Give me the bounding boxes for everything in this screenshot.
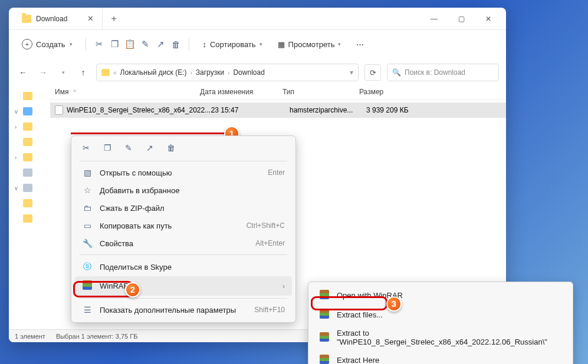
maximize-button[interactable]: ▢ (455, 13, 467, 25)
menu-properties[interactable]: 🔧 Свойства Alt+Enter (75, 234, 292, 252)
selection-info: Выбран 1 элемент: 3,75 ГБ (56, 333, 138, 340)
file-row[interactable]: WinPE10_8_Sergei_Strelec_x86_x64_2022...… (50, 102, 506, 118)
forward-button[interactable]: → (36, 68, 50, 77)
separator (80, 254, 287, 255)
sort-button[interactable]: ↕ Сортировать ▾ (196, 37, 268, 52)
column-headers: Имя^ Дата изменения Тип Размер (50, 84, 506, 100)
cut-icon[interactable]: ✂ (81, 143, 91, 153)
open-icon: ▧ (82, 168, 93, 177)
tab-download[interactable]: Download ✕ (14, 8, 103, 29)
new-tab-button[interactable]: + (111, 14, 116, 24)
tree-item[interactable] (12, 136, 47, 148)
delete-icon[interactable]: 🗑 (170, 38, 182, 50)
tab-close-icon[interactable]: ✕ (87, 14, 94, 23)
winrar-icon (319, 355, 330, 364)
column-name[interactable]: Имя^ (55, 88, 200, 96)
paste-icon[interactable]: 📋 (124, 38, 136, 50)
copy-icon[interactable]: ❐ (109, 38, 120, 50)
skype-icon: ⓢ (82, 262, 93, 272)
folder-icon (101, 69, 110, 76)
chevron-right-icon: › (282, 282, 285, 290)
file-date: 023 15:47 (207, 106, 290, 114)
menu-add-favorites[interactable]: ☆ Добавить в избранное (75, 181, 292, 199)
menu-open-with[interactable]: ▧ Открыть с помощью Enter (75, 164, 292, 181)
back-button[interactable]: ← (16, 68, 30, 77)
file-name: WinPE10_8_Sergei_Strelec_x86_x64_2022...… (67, 106, 207, 114)
file-icon (55, 105, 63, 115)
tree-item[interactable] (12, 90, 47, 102)
quick-actions: ✂ ❐ ✎ ↗ 🗑 (75, 140, 292, 158)
tree-item[interactable]: v (12, 182, 47, 194)
plus-circle-icon: + (22, 39, 32, 49)
zip-icon: 🗀 (82, 203, 93, 213)
menu-extract-files[interactable]: Extract files... (312, 305, 569, 325)
search-placeholder: Поиск в: Download (405, 68, 465, 77)
search-icon: 🔍 (392, 68, 401, 77)
recent-button[interactable]: ▾ (56, 70, 70, 75)
chevron-down-icon: ▾ (338, 41, 341, 47)
chevron-icon: › (190, 70, 192, 76)
separator (86, 38, 86, 51)
search-input[interactable]: 🔍 Поиск в: Download (387, 64, 499, 81)
window-controls: — ▢ ✕ (428, 13, 501, 25)
menu-extract-to[interactable]: Extract to "WinPE10_8_Sergei_Strelec_x86… (312, 325, 569, 350)
winrar-icon (319, 309, 330, 320)
cut-icon[interactable]: ✂ (93, 38, 105, 50)
column-size[interactable]: Размер (359, 88, 418, 96)
tree-item[interactable] (12, 167, 47, 178)
star-icon: ☆ (82, 186, 93, 195)
chevron-icon: › (228, 70, 229, 76)
tree-item[interactable]: › (12, 121, 47, 133)
breadcrumb-part[interactable]: Локальный диск (E:) (120, 68, 187, 77)
menu-extract-here[interactable]: Extract Here (312, 350, 569, 364)
chevron-down-icon[interactable]: ▾ (350, 68, 353, 77)
view-label: Просмотреть (288, 40, 335, 49)
breadcrumb-part[interactable]: Download (233, 68, 264, 77)
menu-skype[interactable]: ⓢ Поделиться в Skype (75, 257, 292, 276)
navigation-bar: ← → ▾ ↑ « Локальный диск (E:) › Загрузки… (9, 61, 506, 84)
navigation-tree: v › › v (9, 84, 50, 332)
delete-icon[interactable]: 🗑 (166, 143, 176, 153)
sort-icon: ↕ (202, 40, 206, 49)
column-type[interactable]: Тип (282, 88, 359, 96)
menu-winrar[interactable]: WinRAR › (75, 276, 292, 296)
rename-icon[interactable]: ✎ (123, 143, 134, 153)
winrar-submenu: Open with WinRAR Extract files... Extrac… (308, 282, 573, 364)
create-label: Создать (36, 40, 65, 49)
menu-compress-zip[interactable]: 🗀 Сжать в ZIP-файл (75, 199, 292, 217)
sort-asc-icon: ^ (73, 89, 75, 95)
separator (80, 298, 287, 299)
tree-item[interactable]: v (12, 105, 47, 117)
share-icon[interactable]: ↗ (144, 143, 155, 153)
context-menu: ✂ ❐ ✎ ↗ 🗑 ▧ Открыть с помощью Enter ☆ До… (71, 135, 296, 323)
column-date[interactable]: Дата изменения (200, 88, 282, 96)
up-button[interactable]: ↑ (76, 68, 90, 77)
separator (189, 38, 189, 51)
view-button[interactable]: ▦ Просмотреть ▾ (272, 37, 347, 52)
create-button[interactable]: + Создать ▾ (16, 35, 78, 53)
copy-icon[interactable]: ❐ (102, 143, 113, 153)
view-icon: ▦ (278, 40, 285, 49)
titlebar: Download ✕ + — ▢ ✕ (9, 8, 506, 30)
tree-item[interactable] (12, 197, 47, 209)
chevron-icon: « (113, 70, 117, 76)
menu-icon: ☰ (82, 305, 93, 315)
menu-copy-path[interactable]: ▭ Копировать как путь Ctrl+Shift+C (75, 217, 292, 234)
file-type: hamsterziparchive... (290, 106, 366, 114)
path-icon: ▭ (82, 221, 93, 230)
tree-item[interactable]: › (12, 151, 47, 163)
close-button[interactable]: ✕ (482, 13, 494, 25)
menu-open-winrar[interactable]: Open with WinRAR (312, 286, 569, 305)
rename-icon[interactable]: ✎ (139, 38, 151, 50)
file-size: 3 939 209 КБ (366, 106, 425, 114)
annotation-badge-2: 2 (125, 282, 140, 297)
share-icon[interactable]: ↗ (155, 38, 166, 50)
breadcrumb-part[interactable]: Загрузки (196, 68, 224, 77)
minimize-button[interactable]: — (428, 13, 440, 25)
refresh-button[interactable]: ⟳ (364, 64, 381, 81)
item-count: 1 элемент (15, 333, 45, 340)
menu-more-options[interactable]: ☰ Показать дополнительные параметры Shif… (75, 301, 292, 319)
more-button[interactable]: ⋯ (350, 37, 370, 52)
tree-item[interactable] (12, 213, 47, 224)
breadcrumb[interactable]: « Локальный диск (E:) › Загрузки › Downl… (96, 64, 359, 81)
